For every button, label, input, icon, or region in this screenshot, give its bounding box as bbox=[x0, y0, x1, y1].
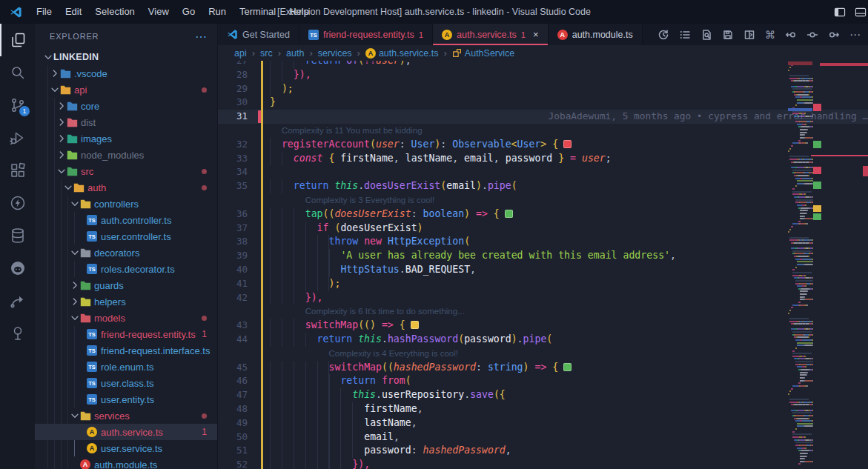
tree-item-src[interactable]: src bbox=[35, 163, 217, 179]
breadcrumb-label: auth bbox=[286, 48, 304, 59]
tree-item-core[interactable]: core bbox=[35, 98, 217, 114]
tree-item-user-service-ts[interactable]: Auser.service.ts bbox=[35, 440, 217, 456]
command-icon[interactable]: ⌘ bbox=[765, 30, 775, 40]
code-editor[interactable]: 27return of(!!user);28}),29);30}31JobaAd… bbox=[218, 61, 868, 469]
tree-item-friend-request-entity-ts[interactable]: TSfriend-request.entity.ts1 bbox=[35, 326, 217, 342]
explorer-icon[interactable] bbox=[0, 24, 35, 56]
breadcrumb-auth[interactable]: auth bbox=[286, 48, 304, 59]
breadcrumb-authservice[interactable]: AuthService bbox=[452, 48, 514, 59]
database-icon[interactable] bbox=[0, 219, 35, 252]
chevron-down-icon bbox=[69, 410, 80, 421]
breadcrumb-separator: › bbox=[309, 47, 312, 59]
breadcrumb-auth-service-ts[interactable]: Aauth.service.ts bbox=[365, 47, 439, 59]
menu-selection[interactable]: Selection bbox=[88, 0, 141, 24]
menu-run[interactable]: Run bbox=[202, 0, 233, 24]
breadcrumb-src[interactable]: src bbox=[260, 48, 273, 59]
tree-item-user-class-ts[interactable]: TSuser.class.ts bbox=[35, 375, 217, 391]
current-change-icon[interactable] bbox=[806, 29, 818, 41]
token: userRepository bbox=[382, 389, 464, 400]
tab-auth-service-ts[interactable]: Aauth.service.ts1× bbox=[433, 24, 549, 45]
tab-get-started[interactable]: Get Started bbox=[218, 24, 299, 45]
tree-item-helpers[interactable]: helpers bbox=[35, 293, 217, 310]
token: ( bbox=[464, 236, 470, 247]
token: ); bbox=[329, 278, 341, 289]
tree-item-linkedin[interactable]: LINKEDIN bbox=[35, 49, 217, 65]
tree-item-vscode[interactable]: .vscode bbox=[35, 65, 217, 82]
token: switchMap bbox=[305, 319, 358, 330]
tab-label: auth.module.ts bbox=[572, 30, 633, 40]
indent-guide bbox=[270, 138, 282, 152]
titlebar-layout-controls bbox=[834, 0, 867, 24]
minimap[interactable] bbox=[788, 61, 813, 469]
save-all-icon[interactable] bbox=[722, 29, 734, 41]
tree-item-guards[interactable]: guards bbox=[35, 277, 217, 293]
share-icon[interactable] bbox=[0, 285, 35, 317]
menu-edit[interactable]: Edit bbox=[59, 0, 88, 24]
tree-item-dist[interactable]: dist bbox=[35, 114, 217, 130]
typescript-file-icon: TS bbox=[87, 394, 97, 405]
folder-icon bbox=[80, 411, 94, 421]
code-line-42: 42}), bbox=[218, 291, 868, 305]
tree-item-auth-service-ts[interactable]: Aauth.service.ts1 bbox=[35, 424, 217, 440]
tree-item-user-controller-ts[interactable]: TSuser.controller.ts bbox=[35, 228, 217, 245]
history-icon[interactable] bbox=[657, 29, 669, 41]
tree-item-role-enum-ts[interactable]: TSrole.enum.ts bbox=[35, 359, 217, 375]
complexity-codelens[interactable]: Complexity is 6 It's time to do somethin… bbox=[263, 305, 868, 319]
tree-item-models[interactable]: models bbox=[35, 310, 217, 326]
layout-panel-icon[interactable] bbox=[855, 7, 867, 18]
tree-item-images[interactable]: images bbox=[35, 130, 217, 147]
explorer-more-actions-icon[interactable]: ⋯ bbox=[195, 30, 207, 44]
chevron-down-icon bbox=[69, 199, 80, 209]
run-debug-icon[interactable] bbox=[0, 122, 35, 154]
github-icon[interactable] bbox=[0, 252, 35, 285]
menu-view[interactable]: View bbox=[142, 0, 176, 24]
tree-item-api[interactable]: api bbox=[35, 82, 217, 98]
thunder-client-icon[interactable] bbox=[0, 187, 35, 219]
menu-help[interactable]: Help bbox=[282, 0, 316, 24]
tree-item-roles-decorator-ts[interactable]: TSroles.decorator.ts bbox=[35, 261, 217, 277]
tree-item-node-modules[interactable]: node_modules bbox=[35, 147, 217, 163]
tree-item-auth[interactable]: auth bbox=[35, 179, 217, 196]
tree-item-services[interactable]: services bbox=[35, 408, 217, 424]
tree-item-decorators[interactable]: decorators bbox=[35, 245, 217, 261]
prev-change-icon[interactable] bbox=[785, 29, 797, 41]
code-text: lastName, bbox=[263, 416, 868, 430]
code-text: } bbox=[263, 96, 868, 110]
source-control-icon[interactable]: 1 bbox=[0, 89, 35, 122]
menu-file[interactable]: File bbox=[30, 0, 59, 24]
extensions-icon[interactable] bbox=[0, 154, 35, 187]
tree-item-auth-controller-ts[interactable]: TSauth.controller.ts bbox=[35, 212, 217, 228]
file-search-icon[interactable] bbox=[700, 29, 712, 41]
tab-friend-request-entity-ts[interactable]: TSfriend-request.entity.ts1 bbox=[299, 24, 433, 45]
project-tree-icon[interactable] bbox=[0, 317, 35, 350]
tab-auth-module-ts[interactable]: Aauth.module.ts bbox=[549, 24, 643, 45]
close-tab-icon[interactable]: × bbox=[533, 29, 539, 40]
complexity-codelens[interactable]: Complexity is 11 You must be kidding bbox=[263, 124, 868, 138]
menu-terminal[interactable]: Terminal bbox=[233, 0, 282, 24]
code-line-31: 31JobaAdewumi, 5 months ago • cypress an… bbox=[218, 110, 868, 124]
line-number: 31 bbox=[218, 110, 256, 124]
menu-go[interactable]: Go bbox=[176, 0, 202, 24]
token: { bbox=[552, 362, 558, 373]
layout-sidebar-icon[interactable] bbox=[834, 7, 846, 18]
tree-item-auth-module-ts[interactable]: Aauth.module.ts bbox=[35, 456, 217, 469]
vscode-tab-icon bbox=[227, 29, 238, 40]
code-text: password: hashedPassword, bbox=[263, 444, 868, 458]
tree-item-controllers[interactable]: controllers bbox=[35, 196, 217, 212]
outline-icon[interactable] bbox=[679, 29, 691, 41]
split-editor-icon[interactable] bbox=[743, 29, 755, 41]
tree-item-user-entity-ts[interactable]: TSuser.entity.ts bbox=[35, 391, 217, 408]
next-change-icon[interactable] bbox=[828, 29, 840, 41]
breadcrumb-services[interactable]: services bbox=[318, 48, 352, 59]
breadcrumb-api[interactable]: api bbox=[234, 48, 247, 59]
tree-item-label: helpers bbox=[94, 296, 126, 307]
line-number: 51 bbox=[218, 444, 256, 458]
complexity-codelens[interactable]: Complexity is 3 Everything is cool! bbox=[263, 193, 868, 207]
tree-item-friend-request-interface-ts[interactable]: TSfriend-request.interface.ts bbox=[35, 342, 217, 359]
typescript-file-icon: TS bbox=[87, 378, 97, 388]
search-icon[interactable] bbox=[0, 56, 35, 89]
tree-item-label: guards bbox=[94, 280, 124, 291]
more-actions-icon[interactable]: ⋯ bbox=[849, 29, 861, 40]
codelens-row: Complexity is 4 Everything is cool! bbox=[218, 347, 868, 361]
complexity-codelens[interactable]: Complexity is 4 Everything is cool! bbox=[263, 347, 868, 361]
